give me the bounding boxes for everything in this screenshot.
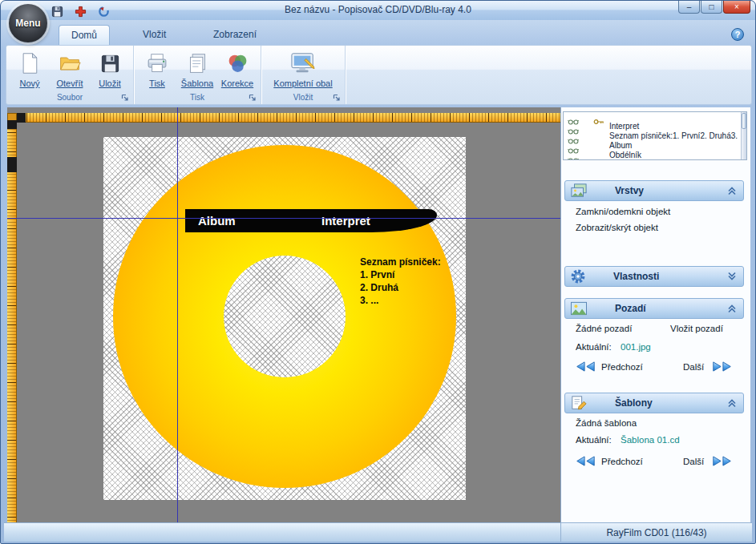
- ruler-marker: [7, 120, 17, 129]
- chevron-up-icon[interactable]: [727, 304, 737, 313]
- album-text: Album: [198, 209, 236, 232]
- layer-row[interactable]: Interpret: [564, 122, 746, 131]
- chevron-up-icon[interactable]: [727, 186, 737, 195]
- complete-cover-button-label: Kompletní obal: [273, 79, 332, 88]
- panel-body-vrstvy: Zamkni/odemkni objekt Zobrazit/skrýt obj…: [564, 203, 744, 236]
- template-button[interactable]: Šablona: [178, 48, 216, 88]
- panel-header-sablony[interactable]: Šablony: [564, 393, 744, 413]
- next-arrows-icon[interactable]: [711, 361, 734, 373]
- maximize-button[interactable]: □: [701, 1, 722, 14]
- print-button-label: Tisk: [149, 79, 165, 88]
- new-document-icon: [18, 50, 41, 76]
- visibility-glasses-icon[interactable]: [568, 152, 580, 160]
- ribbon: Nový Otevřít Uložit Soubor: [6, 45, 752, 105]
- current-template-link[interactable]: Šablona 01.cd: [621, 432, 680, 448]
- show-hide-object-action[interactable]: Zobrazit/skrýt objekt: [564, 220, 744, 236]
- sidebar: Interpret Seznam písniček:1. První2. Dru…: [560, 107, 750, 522]
- layer-row[interactable]: Obdélník: [564, 151, 746, 160]
- vertical-ruler: [7, 113, 17, 522]
- group-label-vlozit: Vložit: [293, 93, 313, 102]
- panel-header-pozadi[interactable]: Pozadí: [564, 298, 744, 319]
- vertical-guide[interactable]: [177, 107, 178, 522]
- floppy-save-icon: [99, 50, 121, 76]
- no-background-action[interactable]: Žádné pozadí: [576, 320, 632, 336]
- layer-row-label: Interpret: [609, 122, 639, 131]
- new-button[interactable]: Nový: [10, 48, 49, 88]
- ruler-marker: [7, 157, 17, 172]
- group-label-soubor: Soubor: [57, 93, 83, 102]
- tab-zobrazeni[interactable]: Zobrazení: [201, 25, 269, 45]
- close-button[interactable]: ×: [723, 1, 750, 14]
- titlebar[interactable]: Bez názvu - Popisovač CD/DVD/Blu-ray 4.0…: [1, 1, 755, 20]
- print-button[interactable]: Tisk: [138, 48, 176, 88]
- layer-row[interactable]: Album: [564, 141, 746, 151]
- artboard[interactable]: Album Interpret Seznam písniček: 1. Prvn…: [103, 137, 466, 500]
- status-bar: RayFilm CD01 (116/43): [4, 522, 752, 542]
- open-button[interactable]: Otevřít: [51, 48, 89, 88]
- panel-body-pozadi: Žádné pozadí Vložit pozadí Aktuální: 001…: [564, 320, 744, 383]
- interpret-text: Interpret: [321, 209, 370, 232]
- menu-button-label: Menu: [15, 18, 40, 29]
- lock-unlock-object-action[interactable]: Zamkni/odemkni objekt: [564, 203, 744, 220]
- layer-row[interactable]: Seznam písniček:1. První2. Druhá3.: [564, 131, 746, 141]
- layers-list-header: [564, 112, 746, 122]
- insert-background-action[interactable]: Vložit pozadí: [670, 320, 723, 336]
- template-button-label: Šablona: [181, 79, 213, 88]
- horizontal-guide[interactable]: [7, 218, 560, 219]
- complete-cover-icon: [289, 50, 317, 76]
- dialog-launcher-icon[interactable]: [120, 93, 130, 103]
- chevron-down-icon[interactable]: [727, 272, 737, 281]
- songlist-item: 2. Druhá: [360, 281, 441, 294]
- horizontal-ruler: [7, 113, 560, 123]
- current-background-link[interactable]: 001.jpg: [621, 339, 651, 355]
- panel-header-vrstvy[interactable]: Vrstvy: [564, 180, 744, 201]
- panel-header-vlastnosti[interactable]: Vlastnosti: [564, 266, 744, 287]
- printer-icon: [145, 50, 169, 76]
- template-icon: [186, 50, 209, 76]
- panel-title: Šablony: [615, 397, 653, 409]
- dialog-launcher-icon[interactable]: [332, 93, 342, 103]
- window-controls: – □ ×: [678, 1, 750, 14]
- ribbon-group-vlozit: Kompletní obal Vložit: [261, 46, 346, 104]
- tab-bar: Domů Vložit Zobrazení ?: [1, 24, 755, 45]
- title-band-object[interactable]: Album Interpret: [185, 209, 437, 232]
- layer-row-label: Seznam písniček:1. První2. Druhá3.: [609, 131, 738, 141]
- complete-cover-button[interactable]: Kompletní obal: [265, 48, 341, 88]
- new-button-label: Nový: [19, 79, 39, 88]
- previous-template-button[interactable]: Předchozí: [601, 453, 643, 469]
- songlist-item: 3. ...: [360, 294, 441, 307]
- save-button[interactable]: Uložit: [91, 48, 129, 88]
- ruler-marker: [17, 113, 26, 123]
- canvas[interactable]: Album Interpret Seznam písniček: 1. Prvn…: [7, 107, 560, 522]
- background-image-icon: [570, 301, 588, 316]
- panel-title: Vrstvy: [615, 185, 644, 196]
- correction-button-label: Korekce: [221, 79, 253, 88]
- layers-icon: [570, 183, 588, 199]
- correction-button[interactable]: Korekce: [218, 48, 257, 88]
- open-folder-icon: [58, 50, 82, 76]
- previous-background-button[interactable]: Předchozí: [601, 359, 643, 375]
- menu-button[interactable]: Menu: [9, 4, 47, 42]
- panel-body-sablony: Žádná šablona Aktuální: Šablona 01.cd Př…: [564, 415, 744, 479]
- next-template-button[interactable]: Další: [683, 453, 704, 469]
- no-template-action[interactable]: Žádná šablona: [576, 415, 637, 431]
- songlist-object[interactable]: Seznam písniček: 1. První 2. Druhá 3. ..…: [360, 256, 441, 307]
- next-arrows-icon[interactable]: [711, 455, 734, 467]
- tab-vlozit[interactable]: Vložit: [131, 25, 178, 45]
- songlist-item: 1. První: [360, 268, 441, 281]
- previous-arrows-icon[interactable]: [574, 361, 596, 373]
- minimize-button[interactable]: –: [678, 1, 700, 14]
- scrollbar-thumb[interactable]: [742, 113, 746, 129]
- songlist-title: Seznam písniček:: [360, 256, 441, 268]
- chevron-up-icon[interactable]: [727, 398, 737, 408]
- help-icon[interactable]: ?: [731, 28, 744, 41]
- group-label-tisk: Tisk: [190, 93, 204, 102]
- layers-scrollbar[interactable]: [741, 112, 746, 159]
- status-template-info: RayFilm CD01 (116/43): [560, 523, 752, 542]
- dialog-launcher-icon[interactable]: [248, 93, 257, 103]
- window-title: Bez názvu - Popisovač CD/DVD/Blu-ray 4.0: [1, 4, 755, 15]
- next-background-button[interactable]: Další: [683, 359, 704, 375]
- tab-domu[interactable]: Domů: [59, 25, 110, 45]
- previous-arrows-icon[interactable]: [574, 455, 596, 467]
- panel-title: Vlastnosti: [613, 271, 659, 282]
